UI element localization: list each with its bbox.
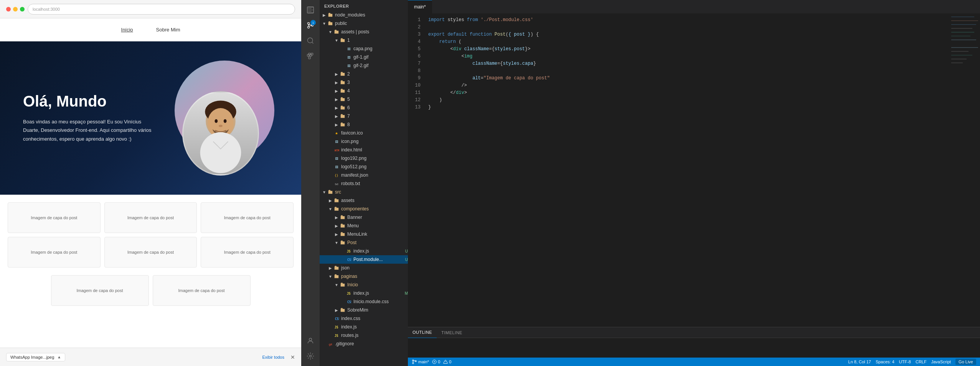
tree-arrow-icon — [327, 164, 333, 170]
tree-item[interactable]: JS index.jsM — [320, 289, 408, 297]
tree-item[interactable]: ▶ SobreMim — [320, 306, 408, 314]
tree-label: paginas — [341, 274, 408, 279]
tree-item[interactable]: ▶ 5 — [320, 95, 408, 103]
git-branch-icon[interactable]: main* — [412, 359, 429, 364]
tree-item[interactable]: HTML index.html — [320, 146, 408, 154]
tree-label: assets — [341, 198, 408, 203]
activity-settings[interactable] — [304, 349, 317, 363]
browser-maximize-dot[interactable] — [20, 7, 25, 11]
language-mode[interactable]: JavaScript — [931, 359, 951, 364]
activity-account[interactable] — [304, 334, 317, 348]
post-card-1[interactable]: Imagem de capa do post — [8, 202, 101, 233]
tree-item[interactable]: ▶ Banner — [320, 213, 408, 222]
tree-item[interactable]: 🖼 logo512.png — [320, 162, 408, 171]
tree-item[interactable]: ▶ 2 — [320, 70, 408, 78]
post-card-2[interactable]: Imagem de capa do post — [104, 202, 197, 233]
tree-item[interactable]: ▼ Inicio — [320, 281, 408, 289]
tree-item[interactable]: CSS Post.module...U — [320, 255, 408, 264]
tree-item[interactable]: ▶ 8 — [320, 120, 408, 129]
code-line: alt="Imagem de capa do post" — [428, 75, 949, 82]
panel-tabs: OUTLINE TIMELINE — [408, 327, 980, 338]
live-server[interactable]: Go Live — [955, 359, 976, 365]
tab-label: main* — [414, 4, 426, 10]
nav-sobre-mim[interactable]: Sobre Mim — [156, 27, 180, 33]
activity-explorer[interactable] — [304, 3, 317, 17]
code-content[interactable]: import styles from './Post.module.css' e… — [425, 13, 949, 327]
tree-item[interactable]: 🖼 capa.png — [320, 44, 408, 53]
code-line: <div className={styles.post}> — [428, 46, 949, 53]
activity-extensions[interactable] — [304, 49, 317, 63]
tree-item[interactable]: ▶ Menu — [320, 222, 408, 230]
activity-search[interactable] — [304, 34, 317, 48]
tree-item[interactable]: txt robots.txt — [320, 179, 408, 188]
tree-item[interactable]: ▶ assets — [320, 196, 408, 205]
folder-icon — [340, 113, 346, 119]
svg-text:JS: JS — [335, 334, 338, 338]
tree-item[interactable]: 🖼 gif-2.gif — [320, 61, 408, 70]
editor-tab-main[interactable]: main* — [408, 0, 432, 13]
tree-item[interactable]: ▼ src — [320, 188, 408, 196]
panel-tab-outline[interactable]: OUTLINE — [408, 327, 437, 338]
tree-item[interactable]: ▶ json — [320, 264, 408, 272]
post-card-6[interactable]: Imagem de capa do post — [201, 237, 294, 268]
warnings-icon[interactable]: 0 — [443, 359, 451, 364]
post-card-8[interactable]: Imagem de capa do post — [153, 275, 251, 306]
browser-close-dot[interactable] — [6, 7, 11, 11]
svg-point-5 — [219, 125, 223, 127]
tree-item[interactable]: ▶ 4 — [320, 87, 408, 95]
post-card-4[interactable]: Imagem de capa do post — [8, 237, 101, 268]
tree-item[interactable]: ▶ 3 — [320, 78, 408, 87]
cursor-position[interactable]: Ln 8, Col 17 — [848, 359, 871, 364]
tree-item[interactable]: ▼ 1 — [320, 36, 408, 44]
tree-item[interactable]: git .gitignore — [320, 340, 408, 348]
tree-item[interactable]: JS index.js — [320, 323, 408, 331]
tree-item[interactable]: 🖼 logo192.png — [320, 154, 408, 162]
tree-arrow-icon: ▼ — [327, 273, 333, 279]
nav-inicio[interactable]: Início — [121, 27, 133, 33]
tree-label: 5 — [347, 97, 408, 102]
tree-arrow-icon — [327, 324, 333, 330]
tree-item[interactable]: ★ favicon.ico — [320, 129, 408, 137]
post-card-5[interactable]: Imagem de capa do post — [104, 237, 197, 268]
tree-arrow-icon — [327, 147, 333, 153]
tree-label: robots.txt — [341, 181, 408, 186]
activity-source-control[interactable]: 1 — [304, 18, 317, 32]
tree-item[interactable]: ▶ 6 — [320, 103, 408, 112]
line-ending[interactable]: CRLF — [916, 359, 927, 364]
download-file[interactable]: WhatsApp Image...jpeg ▲ — [6, 353, 65, 361]
sidebar-title: EXPLORER — [320, 0, 408, 11]
svg-point-10 — [308, 26, 310, 28]
download-chevron-icon[interactable]: ▲ — [57, 355, 61, 359]
tree-item[interactable]: JS routes.js — [320, 331, 408, 340]
panel-tab-timeline[interactable]: TIMELINE — [437, 327, 467, 338]
tree-item[interactable]: JS index.jsU — [320, 247, 408, 255]
tree-item[interactable]: ▼ componentes — [320, 205, 408, 213]
tree-item[interactable]: 🖼 icon.png — [320, 137, 408, 146]
tree-item[interactable]: ▶ MenuLink — [320, 230, 408, 238]
folder-icon — [333, 273, 340, 279]
tree-item[interactable]: ▼ public — [320, 19, 408, 28]
tree-item[interactable]: CSS Inicio.module.css — [320, 297, 408, 306]
errors-icon[interactable]: 0 — [432, 359, 440, 364]
tree-item[interactable]: ▼ assets | posts — [320, 28, 408, 36]
download-show-all[interactable]: Exibir todos — [262, 355, 284, 359]
tree-item[interactable]: ▶ 7 — [320, 112, 408, 120]
download-close-icon[interactable]: ✕ — [290, 354, 295, 360]
svg-rect-41 — [951, 24, 976, 25]
svg-rect-50 — [951, 62, 963, 63]
encoding[interactable]: UTF-8 — [899, 359, 911, 364]
folder-icon — [340, 223, 346, 229]
browser-minimize-dot[interactable] — [13, 7, 18, 11]
svg-point-3 — [214, 119, 218, 123]
tree-item[interactable]: ▶ node_modules — [320, 11, 408, 19]
post-card-7[interactable]: Imagem de capa do post — [51, 275, 149, 306]
tree-item[interactable]: ▼ paginas — [320, 272, 408, 281]
tree-item[interactable]: {} manifest.json — [320, 171, 408, 179]
indentation[interactable]: Spaces: 4 — [876, 359, 894, 364]
svg-rect-16 — [309, 57, 310, 59]
tree-item[interactable]: 🖼 gif-1.gif — [320, 53, 408, 61]
tree-item[interactable]: CSS index.css — [320, 314, 408, 323]
browser-address-bar[interactable]: localhost:3000 — [28, 4, 295, 15]
tree-item[interactable]: ▼ Post — [320, 238, 408, 247]
post-card-3[interactable]: Imagem de capa do post — [201, 202, 294, 233]
